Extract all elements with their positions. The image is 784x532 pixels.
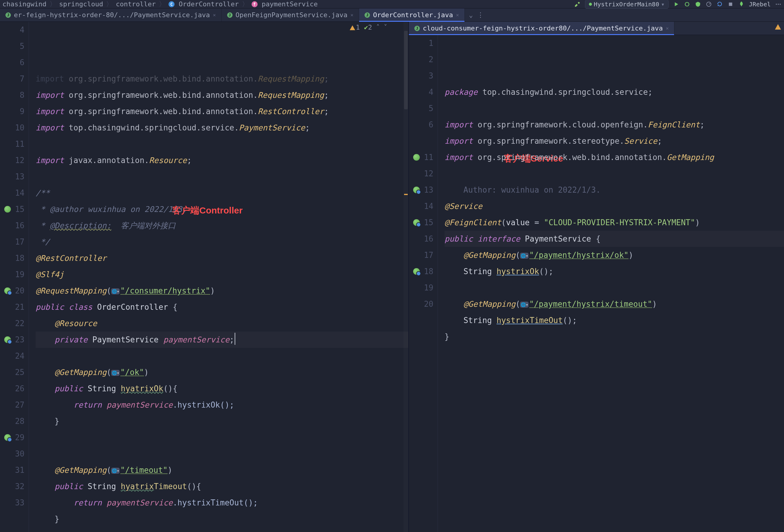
tab-openfeign[interactable]: J OpenFeignPaymentService.java ✕ [222, 8, 359, 22]
class-icon: C [169, 1, 174, 7]
crumb-part[interactable]: springcloud [59, 0, 103, 8]
close-icon[interactable]: ✕ [666, 25, 669, 31]
coverage-icon[interactable] [695, 1, 701, 7]
jrebel-label[interactable]: JRebel [749, 1, 771, 8]
java-file-icon: J [365, 12, 370, 18]
editor-left[interactable]: 4567891011121314151617181920212223242526… [0, 22, 408, 532]
tab-label: cloud-consumer-feign-hystrix-order80/...… [423, 24, 663, 32]
crumb-part[interactable]: controller [116, 0, 156, 8]
chevron-up-icon[interactable]: ˄ [376, 24, 380, 31]
svg-point-5 [780, 4, 781, 5]
editor-split: 4567891011121314151617181920212223242526… [0, 22, 784, 532]
java-file-icon: J [227, 12, 232, 18]
editor-pane-right: J cloud-consumer-feign-hystrix-order80/.… [409, 22, 784, 532]
code-left[interactable]: 客户端Controller import org.springframework… [29, 22, 408, 532]
marker-warning[interactable] [404, 194, 408, 195]
warning-icon[interactable] [775, 24, 781, 30]
run-status-icon [589, 3, 592, 6]
crumb-field[interactable]: paymentService [262, 0, 318, 8]
chevron-down-icon[interactable]: ⌄ [469, 11, 473, 19]
field-icon: f [252, 1, 258, 7]
tabbar-actions: ⌄ ⋮ [465, 8, 488, 22]
chevron-down-icon: ▾ [661, 1, 665, 8]
gutter-right[interactable]: 12345611121314151617181920 [409, 35, 438, 532]
tab-order-controller[interactable]: J OrderController.java ✕ [359, 8, 465, 22]
tab-label: OrderController.java [373, 11, 453, 19]
hammer-icon[interactable] [574, 1, 581, 7]
navbar: chasingwind 〉 springcloud 〉 controller 〉… [0, 0, 784, 8]
weak-warning-icon: ✔ [364, 24, 368, 31]
svg-point-3 [776, 4, 777, 5]
weak-count: 2 [368, 24, 372, 31]
chevron-right-icon: 〉 [242, 0, 249, 9]
chevron-down-icon[interactable]: ˅ [384, 24, 387, 31]
svg-rect-2 [729, 2, 732, 6]
editor-right[interactable]: 12345611121314151617181920 客户端Service pa… [409, 35, 784, 532]
run-config-name: HystrixOrderMain80 [594, 1, 659, 8]
more-icon[interactable]: ⋮ [477, 11, 484, 19]
chevron-right-icon: 〉 [106, 0, 113, 9]
tab-payment-service-right[interactable]: J cloud-consumer-feign-hystrix-order80/.… [409, 22, 674, 35]
more-icon[interactable] [775, 1, 782, 7]
warning-icon [350, 25, 355, 30]
run-icon[interactable] [673, 1, 679, 7]
inspection-widget[interactable]: 1 ✔2 ˄ ˅ [350, 24, 387, 31]
tab-label: OpenFeignPaymentService.java [235, 11, 347, 19]
rerun-icon[interactable] [716, 1, 723, 7]
editor-pane-left: 4567891011121314151617181920212223242526… [0, 22, 409, 532]
navbar-right: HystrixOrderMain80 ▾ JRebel [574, 0, 782, 9]
run-config-selector[interactable]: HystrixOrderMain80 ▾ [585, 0, 669, 9]
tabbar-right: J cloud-consumer-feign-hystrix-order80/.… [409, 22, 784, 35]
crumb-part[interactable]: chasingwind [2, 0, 47, 8]
gutter-left[interactable]: 4567891011121314151617181920212223242526… [0, 22, 29, 532]
tabbar-left: J er-feign-hystrix-order-80/.../PaymentS… [0, 8, 784, 22]
scrollbar-thumb[interactable] [404, 31, 408, 109]
svg-point-4 [778, 4, 779, 5]
chevron-right-icon: 〉 [159, 0, 166, 9]
close-icon[interactable]: ✕ [351, 12, 354, 18]
warning-count: 1 [356, 24, 360, 31]
chevron-right-icon: 〉 [50, 0, 56, 9]
close-icon[interactable]: ✕ [456, 12, 459, 18]
java-file-icon: J [414, 26, 420, 31]
code-right[interactable]: 客户端Service package top.chasingwind.sprin… [438, 35, 784, 532]
close-icon[interactable]: ✕ [213, 12, 216, 18]
scrollbar-left[interactable] [403, 22, 408, 532]
stop-icon[interactable] [727, 1, 734, 7]
breadcrumbs[interactable]: chasingwind 〉 springcloud 〉 controller 〉… [2, 0, 318, 9]
tab-label: er-feign-hystrix-order-80/.../PaymentSer… [14, 11, 210, 19]
rocket-icon[interactable] [738, 1, 745, 7]
crumb-class[interactable]: OrderController [179, 0, 239, 8]
java-file-icon: J [5, 12, 11, 18]
debug-icon[interactable] [684, 1, 690, 7]
profile-icon[interactable] [705, 1, 712, 7]
tab-payment-service-left[interactable]: J er-feign-hystrix-order-80/.../PaymentS… [0, 8, 222, 22]
